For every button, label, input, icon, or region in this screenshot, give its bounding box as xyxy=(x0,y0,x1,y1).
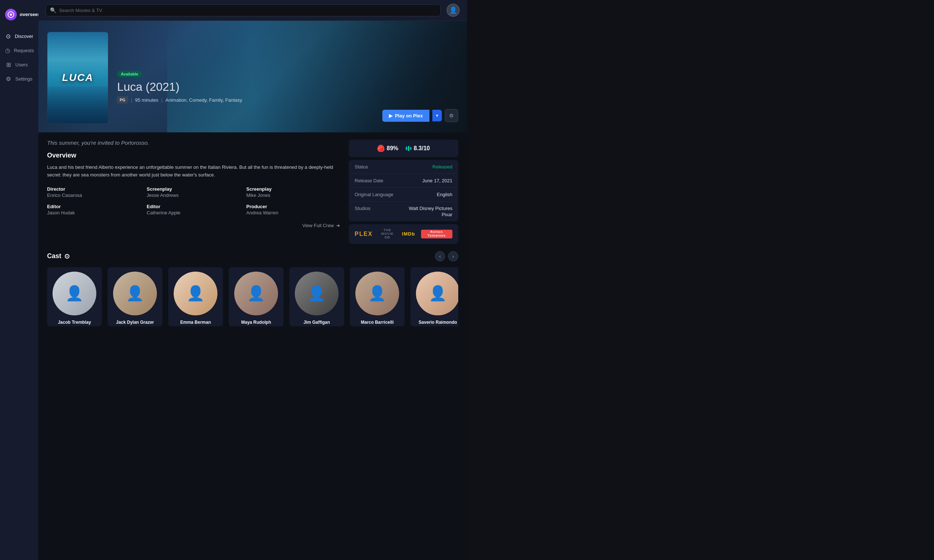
poster-water xyxy=(48,87,108,123)
sidebar-item-discover[interactable]: ⊙ Discover xyxy=(0,29,38,43)
play-icon: ▶ xyxy=(389,113,393,118)
crew-item-screenplay1: Screenplay Jesse Andrews xyxy=(146,186,240,198)
cast-member-name: Maya Rudolph xyxy=(229,320,284,326)
sidebar-item-settings[interactable]: ⚙ Settings xyxy=(0,72,38,86)
cast-photo: 👤 xyxy=(355,272,399,315)
cast-member-name: Saverio Raimondo xyxy=(410,320,458,326)
list-item: 👤 Emma Berman xyxy=(168,267,223,326)
cast-cards: 👤 Jacob Tremblay 👤 Jack Dylan Grazer 👤 E… xyxy=(47,267,458,326)
crew-role: Editor xyxy=(47,204,141,209)
list-item: 👤 Saverio Raimondo xyxy=(410,267,458,326)
movie-meta: PG | 95 minutes | Animation, Comedy, Fam… xyxy=(117,97,458,103)
user-avatar[interactable]: 👤 xyxy=(447,4,460,17)
chevron-down-icon: ▾ xyxy=(436,113,438,118)
cast-photo: 👤 xyxy=(416,272,458,315)
list-item: 👤 Marco Barricelli xyxy=(350,267,405,326)
crew-item-editor1: Editor Jason Hudak xyxy=(47,204,141,215)
requests-icon: ◷ xyxy=(5,47,10,54)
sidebar-item-users-label: Users xyxy=(15,62,28,68)
crew-grid: Director Enrico Casarosa Screenplay Jess… xyxy=(47,186,340,215)
release-date-label: Release Date xyxy=(354,178,384,183)
users-icon: ⊞ xyxy=(5,61,12,68)
crew-name: Jason Hudak xyxy=(47,210,141,215)
movie-runtime: 95 minutes xyxy=(135,97,158,103)
discover-icon: ⊙ xyxy=(5,33,11,40)
info-row-language: Original Language English xyxy=(349,188,458,202)
language-label: Original Language xyxy=(354,192,393,197)
rt-tomato-icon: 🍅 xyxy=(377,145,385,152)
list-item: 👤 Maya Rudolph xyxy=(229,267,284,326)
movie-genres: Animation, Comedy, Family, Fantasy xyxy=(165,97,242,103)
available-badge: Available xyxy=(117,71,142,77)
movie-poster: LUCA xyxy=(47,32,108,124)
cast-header: Cast ⊙ ‹ › xyxy=(47,251,458,262)
crew-item-director: Director Enrico Casarosa xyxy=(47,186,141,198)
list-item: 👤 Jack Dylan Grazer xyxy=(108,267,162,326)
cast-link-icon[interactable]: ⊙ xyxy=(64,252,70,260)
movie-title: Luca (2021) xyxy=(117,80,458,94)
hero-info: Available Luca (2021) PG | 95 minutes | … xyxy=(117,32,458,124)
play-dropdown-button[interactable]: ▾ xyxy=(432,110,442,122)
crew-name: Catherine Apple xyxy=(146,210,240,215)
info-panel: 🍅 89% 8.3/10 Status Released xyxy=(349,140,458,244)
overview-text: Luca and his best friend Alberto experie… xyxy=(47,164,340,179)
info-row-release-date: Release Date June 17, 2021 xyxy=(349,174,458,188)
crew-item-producer: Producer Andrea Warren xyxy=(246,204,340,215)
gear-icon: ⚙ xyxy=(449,113,454,118)
poster-title-text: LUCA xyxy=(62,72,93,83)
status-label: Status xyxy=(354,164,368,169)
cast-title: Cast ⊙ xyxy=(47,252,70,260)
content-main: This summer, you're invited to Portoross… xyxy=(47,140,340,244)
cast-next-button[interactable]: › xyxy=(448,251,458,262)
cast-photo: 👤 xyxy=(295,272,339,315)
cast-member-name: Jim Gaffigan xyxy=(289,320,344,326)
crew-name: Andrea Warren xyxy=(246,210,340,215)
play-on-plex-button[interactable]: ▶ Play on Plex xyxy=(382,110,429,122)
poster-image: LUCA xyxy=(47,32,108,124)
crew-role: Screenplay xyxy=(146,186,240,192)
info-row-status: Status Released xyxy=(349,160,458,174)
cast-member-name: Jacob Tremblay xyxy=(47,320,102,326)
studios-label: Studios xyxy=(354,206,370,211)
main-content: 🔍 👤 LUCA Available Luca (2021) xyxy=(38,0,467,560)
language-value: English xyxy=(437,192,452,197)
rt-score: 🍅 89% xyxy=(377,145,398,152)
crew-role: Producer xyxy=(246,204,340,209)
rt-link[interactable]: Rotten Tomatoes xyxy=(421,230,452,238)
cast-member-name: Marco Barricelli xyxy=(350,320,405,326)
movie-tagline: This summer, you're invited to Portoross… xyxy=(47,140,340,146)
list-item: 👤 Jacob Tremblay xyxy=(47,267,102,326)
topbar: 🔍 👤 xyxy=(38,0,467,21)
arrow-circle-icon: ➜ xyxy=(336,223,340,228)
cast-prev-button[interactable]: ‹ xyxy=(435,251,445,262)
app-logo[interactable]: overseerr xyxy=(0,6,38,29)
cast-photo: 👤 xyxy=(174,272,217,315)
sidebar-item-discover-label: Discover xyxy=(15,34,33,39)
list-item: 👤 Jim Gaffigan xyxy=(289,267,344,326)
hero-section: LUCA Available Luca (2021) PG | 95 minut… xyxy=(38,21,467,132)
studios-value: Walt Disney Pictures Pixar xyxy=(409,206,452,217)
crew-role: Editor xyxy=(146,204,240,209)
info-table: Status Released Release Date June 17, 20… xyxy=(349,160,458,221)
rating-badge: PG xyxy=(117,97,128,103)
view-full-crew-link[interactable]: View Full Crew ➜ xyxy=(47,223,340,228)
movie-settings-button[interactable]: ⚙ xyxy=(445,109,458,122)
sidebar-item-users[interactable]: ⊞ Users xyxy=(0,58,38,72)
search-icon: 🔍 xyxy=(50,7,56,13)
sidebar-item-settings-label: Settings xyxy=(15,76,32,82)
search-input[interactable] xyxy=(46,5,441,16)
mdb-link[interactable]: THE MOVIE DB xyxy=(379,229,396,240)
external-links: PLEX THE MOVIE DB IMDb Rotten Tomatoes xyxy=(349,224,458,244)
tmdb-icon xyxy=(406,146,412,151)
info-row-studios: Studios Walt Disney Pictures Pixar xyxy=(349,202,458,221)
plex-link[interactable]: PLEX xyxy=(354,231,373,237)
crew-role: Director xyxy=(47,186,141,192)
cast-photo: 👤 xyxy=(52,272,96,315)
crew-role: Screenplay xyxy=(246,186,340,192)
search-container: 🔍 xyxy=(46,5,441,16)
overview-title: Overview xyxy=(47,152,340,159)
imdb-link[interactable]: IMDb xyxy=(402,231,415,237)
sidebar: overseerr ⊙ Discover ◷ Requests ⊞ Users … xyxy=(0,0,38,560)
sidebar-item-requests[interactable]: ◷ Requests xyxy=(0,43,38,58)
status-value: Released xyxy=(432,164,452,169)
